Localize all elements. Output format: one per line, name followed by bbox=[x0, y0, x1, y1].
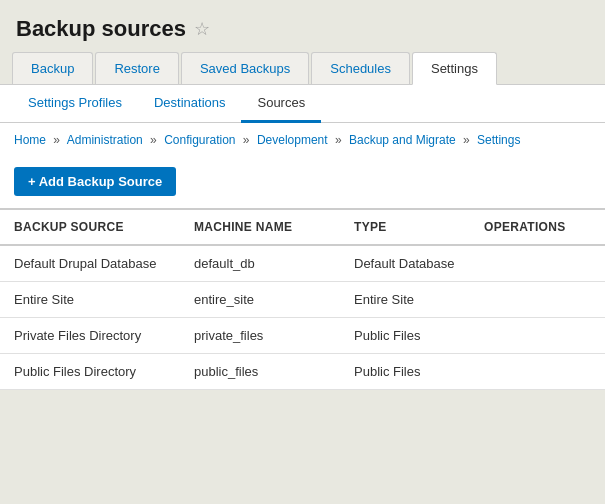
cell-type: Entire Site bbox=[340, 282, 470, 318]
tab-restore[interactable]: Restore bbox=[95, 52, 179, 84]
cell-backup-source: Default Drupal Database bbox=[0, 245, 180, 282]
breadcrumb-configuration[interactable]: Configuration bbox=[164, 133, 235, 147]
cell-machine-name: default_db bbox=[180, 245, 340, 282]
cell-type: Public Files bbox=[340, 354, 470, 390]
add-backup-source-button[interactable]: + Add Backup Source bbox=[14, 167, 176, 196]
sub-tab-bar: Settings Profiles Destinations Sources bbox=[0, 85, 605, 123]
cell-operations bbox=[470, 245, 605, 282]
table-row: Default Drupal Database default_db Defau… bbox=[0, 245, 605, 282]
col-header-machine-name: MACHINE NAME bbox=[180, 209, 340, 245]
cell-machine-name: public_files bbox=[180, 354, 340, 390]
breadcrumb-administration[interactable]: Administration bbox=[67, 133, 143, 147]
breadcrumb-sep-1: » bbox=[53, 133, 60, 147]
tab-settings[interactable]: Settings bbox=[412, 52, 497, 85]
breadcrumb-home[interactable]: Home bbox=[14, 133, 46, 147]
cell-type: Public Files bbox=[340, 318, 470, 354]
table-row: Private Files Directory private_files Pu… bbox=[0, 318, 605, 354]
breadcrumb-development[interactable]: Development bbox=[257, 133, 328, 147]
page-header: Backup sources ☆ bbox=[0, 0, 605, 52]
tab-backup[interactable]: Backup bbox=[12, 52, 93, 84]
breadcrumb-backup-migrate[interactable]: Backup and Migrate bbox=[349, 133, 456, 147]
cell-type: Default Database bbox=[340, 245, 470, 282]
breadcrumb-sep-3: » bbox=[243, 133, 250, 147]
table-row: Entire Site entire_site Entire Site bbox=[0, 282, 605, 318]
star-icon[interactable]: ☆ bbox=[194, 18, 210, 40]
cell-backup-source: Private Files Directory bbox=[0, 318, 180, 354]
cell-machine-name: entire_site bbox=[180, 282, 340, 318]
cell-backup-source: Public Files Directory bbox=[0, 354, 180, 390]
content-area: Settings Profiles Destinations Sources H… bbox=[0, 85, 605, 390]
col-header-type: TYPE bbox=[340, 209, 470, 245]
main-tab-bar: Backup Restore Saved Backups Schedules S… bbox=[0, 52, 605, 85]
sub-tab-sources[interactable]: Sources bbox=[241, 85, 321, 123]
backup-sources-table: BACKUP SOURCE MACHINE NAME TYPE OPERATIO… bbox=[0, 208, 605, 390]
tab-saved-backups[interactable]: Saved Backups bbox=[181, 52, 309, 84]
tab-schedules[interactable]: Schedules bbox=[311, 52, 410, 84]
cell-operations bbox=[470, 282, 605, 318]
breadcrumb-sep-4: » bbox=[335, 133, 342, 147]
col-header-operations: OPERATIONS bbox=[470, 209, 605, 245]
action-bar: + Add Backup Source bbox=[0, 157, 605, 208]
cell-operations bbox=[470, 354, 605, 390]
table-header-row: BACKUP SOURCE MACHINE NAME TYPE OPERATIO… bbox=[0, 209, 605, 245]
cell-operations bbox=[470, 318, 605, 354]
cell-backup-source: Entire Site bbox=[0, 282, 180, 318]
cell-machine-name: private_files bbox=[180, 318, 340, 354]
sub-tab-settings-profiles[interactable]: Settings Profiles bbox=[12, 85, 138, 123]
breadcrumb-sep-2: » bbox=[150, 133, 157, 147]
breadcrumb: Home » Administration » Configuration » … bbox=[0, 123, 605, 157]
table-row: Public Files Directory public_files Publ… bbox=[0, 354, 605, 390]
sub-tab-destinations[interactable]: Destinations bbox=[138, 85, 242, 123]
page-title: Backup sources bbox=[16, 16, 186, 42]
breadcrumb-settings[interactable]: Settings bbox=[477, 133, 520, 147]
col-header-backup-source: BACKUP SOURCE bbox=[0, 209, 180, 245]
breadcrumb-sep-5: » bbox=[463, 133, 470, 147]
